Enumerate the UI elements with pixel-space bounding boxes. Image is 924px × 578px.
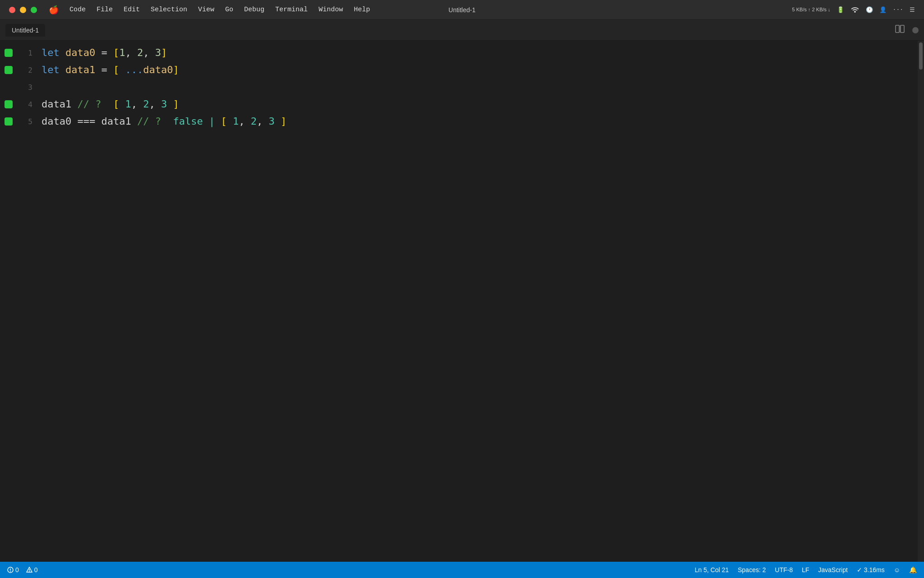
token-empty-3: [42, 79, 47, 96]
token-bracket-open-5: [: [221, 113, 226, 130]
token-sp-4a: [119, 96, 125, 113]
bell-icon[interactable]: 🔔: [909, 566, 917, 573]
menu-code[interactable]: Code: [64, 4, 91, 15]
token-sp-4d: [167, 96, 173, 113]
close-button[interactable]: [9, 7, 15, 13]
breakpoint-2[interactable]: [5, 66, 13, 74]
gutter-row-4: 4: [0, 96, 36, 113]
gutter-row-5: 5: [0, 113, 36, 130]
token-let-2: let: [42, 61, 60, 79]
menu-debug[interactable]: Debug: [239, 4, 270, 15]
code-line-1: let data0 = [ 1 , 2 , 3 ]: [42, 44, 918, 61]
maximize-button[interactable]: [31, 7, 37, 13]
token-space-2: [60, 61, 65, 79]
token-num-2: 2: [137, 44, 143, 61]
menu-file[interactable]: File: [91, 4, 118, 15]
smiley-icon[interactable]: ☺: [894, 566, 900, 573]
tabbar: Untitled-1: [0, 20, 924, 41]
token-bracket-close-1: ]: [161, 44, 167, 61]
code-area[interactable]: let data0 = [ 1 , 2 , 3 ] let data1 = [ …: [36, 41, 918, 562]
token-space-spread: [119, 61, 125, 79]
svg-point-5: [10, 571, 11, 572]
menu-go[interactable]: Go: [220, 4, 239, 15]
breakpoint-1[interactable]: [5, 49, 13, 57]
token-c4a: ,: [131, 96, 137, 113]
menu-edit[interactable]: Edit: [118, 4, 145, 15]
token-bracket-open-2: [: [113, 61, 119, 79]
token-assign-2: =: [95, 61, 113, 79]
menu-help[interactable]: Help: [348, 4, 375, 15]
indentation[interactable]: Spaces: 2: [738, 566, 766, 573]
titlebar-right: 5 KB/s ↑ 2 KB/s ↓ 🔋 🕐 👤 ··· ☰: [792, 5, 915, 14]
token-sp-5a: [71, 113, 77, 130]
token-data1-decl: data1: [65, 61, 95, 79]
status-right: Ln 5, Col 21 Spaces: 2 UTF-8 LF JavaScri…: [695, 566, 917, 573]
menu-terminal[interactable]: Terminal: [270, 4, 313, 15]
line-ending[interactable]: LF: [802, 566, 809, 573]
line-number-4: 4: [22, 100, 32, 109]
breakpoint-5[interactable]: [5, 117, 13, 126]
breakpoint-4[interactable]: [5, 100, 13, 108]
token-pipe: |: [209, 113, 215, 130]
token-comma-1a: ,: [125, 44, 137, 61]
line-number-1: 1: [22, 49, 32, 57]
token-spread: ...: [125, 61, 143, 79]
token-sp-4b: [137, 96, 143, 113]
token-sp-5f: [227, 113, 233, 130]
window-title: Untitled-1: [448, 6, 476, 14]
language-mode[interactable]: JavaScript: [818, 566, 848, 573]
vertical-scrollbar[interactable]: [918, 41, 924, 562]
token-spaces-5: [161, 113, 173, 130]
error-count[interactable]: 0: [7, 566, 19, 573]
token-comment-4: // ?: [77, 96, 101, 113]
cursor-position[interactable]: Ln 5, Col 21: [695, 566, 729, 573]
scrollbar-thumb[interactable]: [919, 42, 923, 70]
token-r1-4: 1: [125, 96, 131, 113]
battery-icon: 🔋: [837, 6, 844, 14]
code-line-3: [42, 79, 918, 96]
token-num-3: 3: [155, 44, 161, 61]
tab-left: Untitled-1: [5, 24, 45, 37]
token-num-1: 1: [119, 44, 125, 61]
gutter-row-1: 1: [0, 44, 36, 61]
timing: ✓ 3.16ms: [857, 566, 885, 573]
gutter: 1 2 3 4 5: [0, 41, 36, 562]
token-bracket-open-1: [: [113, 44, 119, 61]
token-r3-5: 3: [268, 113, 274, 130]
split-editor-icon[interactable]: [895, 25, 905, 35]
tab-untitled-1[interactable]: Untitled-1: [5, 24, 45, 37]
menu-view[interactable]: View: [193, 4, 220, 15]
token-bracket-open-4: [: [113, 96, 119, 113]
token-sp-5h: [263, 113, 268, 130]
avatar-icon: 👤: [879, 6, 887, 14]
token-triple-eq: ===: [77, 113, 95, 130]
token-comment-5: // ?: [137, 113, 161, 130]
menu-selection[interactable]: Selection: [145, 4, 193, 15]
line-number-5: 5: [22, 117, 32, 126]
token-sp-4c: [155, 96, 161, 113]
minimize-button[interactable]: [20, 7, 26, 13]
apple-menu[interactable]: 🍎: [43, 3, 64, 17]
gutter-row-3: 3: [0, 79, 36, 96]
token-sp-5i: [275, 113, 281, 130]
token-r1-5: 1: [233, 113, 239, 130]
error-count-label: 0: [15, 566, 19, 573]
token-sp-5e: [215, 113, 221, 130]
traffic-lights: [9, 7, 37, 13]
token-bracket-close-2: ]: [173, 61, 179, 79]
token-space-4: [71, 96, 77, 113]
line-number-2: 2: [22, 66, 32, 75]
encoding[interactable]: UTF-8: [775, 566, 793, 573]
menu-window[interactable]: Window: [313, 4, 348, 15]
gutter-row-2: 2: [0, 61, 36, 79]
token-spaces-4: [101, 96, 113, 113]
line-number-3: 3: [22, 83, 32, 92]
code-line-5: data0 === data1 // ? false | [ 1 , 2 , 3…: [42, 113, 918, 130]
token-assign-1: =: [95, 44, 113, 61]
tabbar-right: [895, 25, 919, 35]
token-data0-decl: data0: [65, 44, 95, 61]
warning-count[interactable]: 0: [26, 566, 38, 573]
list-icon[interactable]: ☰: [910, 6, 915, 14]
token-sp-5b: [95, 113, 101, 130]
more-icon[interactable]: ···: [893, 6, 903, 13]
